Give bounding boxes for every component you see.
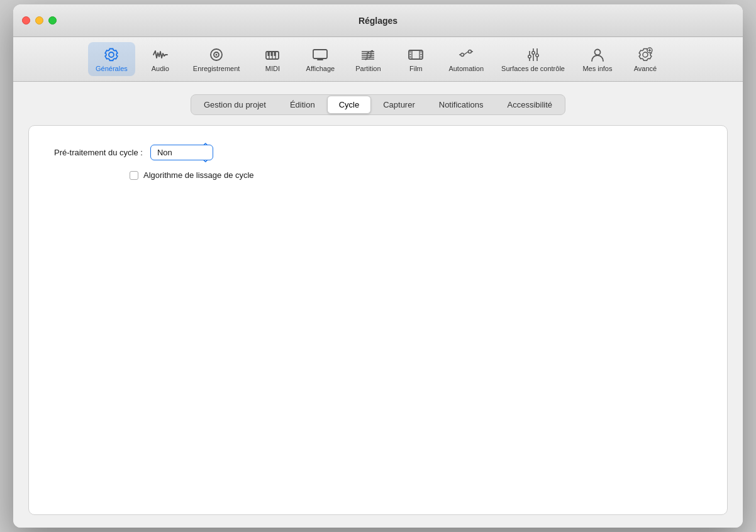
toolbar-label-affichage: Affichage [306, 65, 335, 72]
toolbar-item-audio[interactable]: Audio [138, 42, 183, 76]
svg-point-41 [535, 54, 538, 57]
svg-rect-28 [421, 52, 422, 53]
svg-rect-29 [421, 54, 422, 55]
toolbar-label-mesinfos: Mes infos [582, 65, 612, 72]
record-icon [208, 46, 225, 64]
svg-point-39 [531, 52, 534, 54]
minimize-button[interactable] [35, 16, 43, 25]
toolbar-item-surfaces[interactable]: Surfaces de contrôle [494, 42, 572, 76]
svg-rect-25 [410, 52, 411, 53]
toolbar-label-generales: Générales [96, 65, 128, 72]
svg-rect-8 [271, 52, 273, 56]
tabs-bar: Gestion du projet Édition Cycle Capturer… [28, 94, 728, 115]
tab-edition[interactable]: Édition [278, 96, 327, 114]
titlebar: Réglages [13, 4, 743, 37]
toolbar-item-enregistrement[interactable]: Enregistrement [186, 42, 248, 76]
close-button[interactable] [22, 16, 30, 25]
toolbar-label-film: Film [409, 65, 423, 72]
svg-point-42 [594, 50, 600, 55]
svg-rect-9 [274, 52, 276, 56]
tab-gestion-du-projet[interactable]: Gestion du projet [192, 96, 278, 114]
tab-cycle[interactable]: Cycle [327, 96, 372, 114]
svg-rect-7 [268, 52, 270, 56]
svg-rect-30 [421, 57, 422, 58]
audio-icon [152, 46, 169, 64]
partition-icon [360, 46, 376, 64]
svg-line-34 [464, 52, 469, 55]
toolbar-item-generales[interactable]: Générales [88, 42, 135, 76]
svg-rect-26 [410, 54, 411, 55]
svg-rect-10 [313, 50, 327, 58]
toolbar-label-automation: Automation [448, 65, 484, 72]
display-icon [312, 46, 328, 64]
toolbar-label-audio: Audio [152, 65, 169, 72]
lissage-label: Algorithme de lissage de cycle [143, 170, 254, 180]
window-title: Réglages [359, 16, 397, 26]
content-area: Gestion du projet Édition Cycle Capturer… [13, 82, 743, 528]
automation-icon [458, 46, 474, 64]
toolbar-item-mesinfos[interactable]: Mes infos [575, 42, 620, 76]
toolbar-item-film[interactable]: Film [393, 42, 438, 76]
film-icon [408, 46, 424, 64]
toolbar-label-partition: Partition [355, 65, 381, 72]
toolbar-label-midi: MIDI [265, 65, 280, 72]
toolbar: Générales Audio Enregistrement [13, 37, 743, 82]
toolbar-label-surfaces: Surfaces de contrôle [501, 65, 565, 72]
panel: Pré-traitement du cycle : Non Oui ⌃⌄ Alg… [28, 125, 728, 515]
pretraitement-label: Pré-traitement du cycle : [54, 148, 143, 157]
window-controls [22, 16, 57, 25]
svg-rect-27 [410, 57, 411, 58]
svg-point-32 [469, 50, 472, 53]
advanced-icon [637, 46, 653, 64]
toolbar-item-affichage[interactable]: Affichage [297, 42, 343, 76]
toolbar-item-avance[interactable]: Avancé [623, 42, 668, 76]
midi-icon [264, 46, 281, 64]
toolbar-label-avance: Avancé [634, 65, 657, 72]
toolbar-item-partition[interactable]: Partition [345, 42, 391, 76]
tab-accessibilite[interactable]: Accessibilité [496, 96, 565, 114]
svg-point-40 [528, 55, 530, 58]
svg-point-2 [216, 54, 218, 56]
tab-capturer[interactable]: Capturer [371, 96, 427, 114]
person-icon [589, 46, 606, 64]
toolbar-item-automation[interactable]: Automation [441, 42, 491, 76]
checkbox-row: Algorithme de lissage de cycle [130, 170, 702, 180]
gear-icon [103, 46, 120, 64]
toolbar-label-enregistrement: Enregistrement [193, 65, 240, 72]
toolbar-item-midi[interactable]: MIDI [250, 42, 295, 76]
main-window: Réglages Générales Audio [13, 4, 743, 528]
tabs-container: Gestion du projet Édition Cycle Capturer… [191, 94, 565, 115]
lissage-checkbox[interactable] [130, 171, 138, 180]
pretraitement-select[interactable]: Non Oui [150, 145, 213, 160]
maximize-button[interactable] [48, 16, 57, 25]
svg-point-31 [461, 53, 464, 57]
pretraitement-row: Pré-traitement du cycle : Non Oui ⌃⌄ [54, 145, 702, 160]
tab-notifications[interactable]: Notifications [427, 96, 496, 114]
pretraitement-select-wrapper: Non Oui ⌃⌄ [150, 145, 213, 160]
surfaces-icon [525, 46, 542, 64]
